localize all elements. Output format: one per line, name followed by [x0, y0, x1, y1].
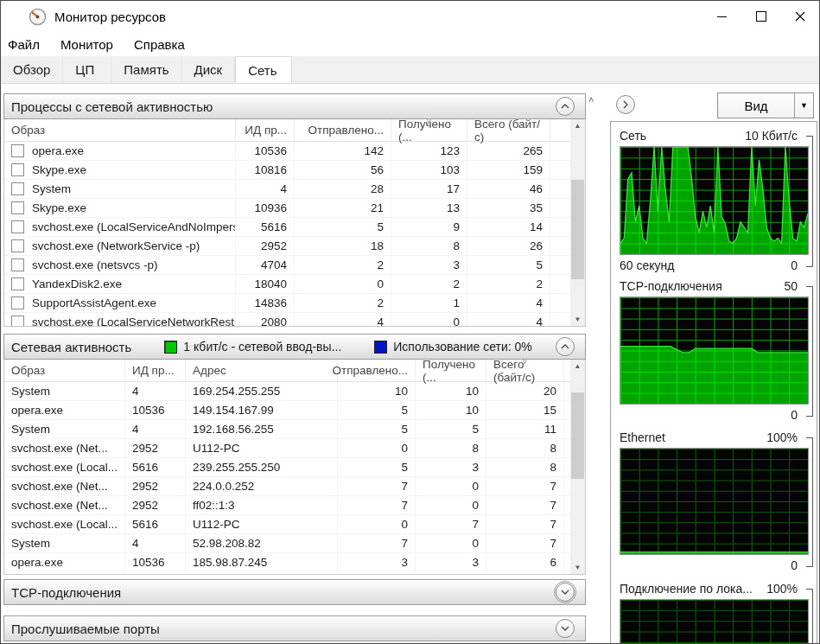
table-row[interactable]: svchost.exe (Net...2952224.0.0.252707	[4, 477, 585, 496]
cell-value: 0	[416, 496, 486, 514]
close-button[interactable]	[780, 1, 819, 32]
view-split-button[interactable]: Вид ▼	[717, 92, 814, 118]
cell-value: 52.98.208.82	[186, 534, 338, 552]
chart-lan: Подключение по лока...100%0	[611, 580, 817, 644]
cell-text: 3	[472, 556, 479, 569]
column-header[interactable]: Образ	[4, 119, 236, 141]
view-button-label[interactable]: Вид	[718, 93, 794, 118]
row-checkbox[interactable]	[11, 144, 24, 157]
table-row[interactable]: svchost.exe (LocalServiceNetworkRestri..…	[4, 313, 585, 327]
column-header[interactable]: Всего (байт/с)˅	[486, 360, 564, 381]
menu-monitor[interactable]: Монитор	[50, 37, 124, 52]
column-header[interactable]: Получено (...	[416, 360, 486, 381]
table-row[interactable]: svchost.exe (LocalServiceAndNoImpers...5…	[4, 218, 585, 237]
chart-label-row: Ethernet100%	[620, 429, 798, 446]
column-header[interactable]: Получено (...˅	[391, 119, 467, 141]
cell-text: System	[11, 385, 50, 398]
view-dropdown-arrow[interactable]: ▼	[794, 93, 813, 118]
tab-cpu[interactable]: ЦП	[63, 56, 111, 83]
cell-text: 18	[371, 239, 384, 252]
minimize-button[interactable]	[702, 1, 741, 32]
row-checkbox[interactable]	[11, 220, 24, 233]
scroll-thumb[interactable]	[571, 180, 584, 279]
tab-memory[interactable]: Память	[111, 56, 181, 83]
collapse-processes-button[interactable]	[556, 97, 575, 116]
cell-text: 4	[377, 316, 384, 327]
row-checkbox[interactable]	[11, 182, 24, 195]
expand-tcp-button[interactable]	[556, 583, 575, 602]
legend-network-io: 1 кбит/с - сетевой ввод-вы...	[164, 340, 341, 354]
scroll-down-icon[interactable]: ▼	[570, 561, 585, 574]
chart-title: Сеть	[620, 129, 646, 143]
row-checkbox[interactable]	[11, 163, 24, 176]
cell-text: svchost.exe (Local...	[11, 518, 118, 531]
close-icon	[795, 11, 805, 22]
table-row[interactable]: System4281746	[4, 180, 585, 199]
column-header-label: ИД пр...	[132, 364, 175, 377]
column-header[interactable]: Образ	[4, 360, 125, 381]
menu-file[interactable]: Файл	[1, 37, 50, 52]
table-row[interactable]: svchost.exe (NetworkService -p)295218826	[4, 237, 585, 256]
cell-text: 5616	[132, 518, 158, 531]
cell-value: 8	[391, 237, 467, 255]
tab-overview[interactable]: Обзор	[1, 56, 63, 83]
cell-text: 28	[371, 182, 384, 195]
table-row[interactable]: svchost.exe (Local...5616U112-PC077	[4, 515, 585, 534]
table-row[interactable]: svchost.exe (Net...2952ff02::1:3707	[4, 496, 585, 515]
table-row[interactable]: YandexDisk2.exe18040022	[4, 275, 585, 294]
row-checkbox[interactable]	[11, 296, 24, 309]
expand-side-panel-button[interactable]	[616, 95, 635, 114]
table-row[interactable]: Skype.exe1081656103159	[4, 161, 585, 180]
window-title: Монитор ресурсов	[54, 10, 166, 24]
table-scrollbar[interactable]: ▲▼	[570, 119, 585, 326]
section-ports-header: Прослушиваемые порты	[3, 615, 586, 641]
column-header[interactable]: ИД пр...	[236, 119, 295, 141]
table-row[interactable]: svchost.exe (Local...5616239.255.255.250…	[4, 458, 585, 477]
scroll-up-icon[interactable]: ▲	[570, 119, 585, 132]
table-row[interactable]: SupportAssistAgent.exe14836214	[4, 294, 585, 313]
chart-label-row: Подключение по лока...100%	[620, 580, 798, 597]
left-pane-scroll-up-icon[interactable]: ˄	[588, 94, 594, 105]
cell-text: 5	[472, 423, 479, 436]
cell-value: 2952	[125, 496, 186, 514]
tab-disk[interactable]: Диск	[182, 56, 236, 83]
table-row[interactable]: System4169.254.255.255101020	[4, 382, 585, 401]
cell-text: 17	[447, 182, 460, 195]
column-header[interactable]: Отправлено...	[295, 119, 391, 141]
table-row[interactable]: svchost.exe (netsvcs -p)4704235	[4, 256, 585, 275]
chart-graph	[620, 599, 809, 644]
row-checkbox[interactable]	[11, 239, 24, 252]
column-header[interactable]: Адрес	[186, 360, 338, 381]
column-header[interactable]: Всего (байт/с)	[467, 119, 550, 141]
table-row[interactable]: opera.exe10536149.154.167.9951015	[4, 401, 585, 420]
cell-value: 239.255.255.250	[186, 458, 338, 476]
tab-network[interactable]: Сеть	[235, 56, 292, 83]
table-row[interactable]: opera.exe10536142123265	[4, 142, 585, 161]
table-row[interactable]: System4192.168.56.2555511	[4, 420, 585, 439]
table-row[interactable]: opera.exe10536185.98.87.245336	[4, 553, 585, 572]
cell-value: 8	[486, 439, 564, 457]
cell-text: 9	[453, 220, 460, 233]
maximize-button[interactable]	[741, 1, 780, 32]
collapse-activity-button[interactable]	[556, 337, 575, 356]
cell-text: 0	[453, 316, 460, 327]
scroll-thumb[interactable]	[571, 392, 584, 479]
table-scrollbar[interactable]: ▲▼	[570, 360, 585, 574]
column-header[interactable]: Отправлено...	[338, 360, 416, 381]
cell-text: 10	[466, 404, 479, 417]
column-header[interactable]: ИД пр...	[125, 360, 186, 381]
scroll-up-icon[interactable]: ▲	[570, 360, 585, 373]
cell-value: 5616	[236, 218, 295, 236]
expand-ports-button[interactable]	[556, 619, 575, 638]
cell-value: 0	[338, 439, 416, 457]
table-row[interactable]: svchost.exe (Net...2952U112-PC088	[4, 439, 585, 458]
row-checkbox[interactable]	[11, 201, 24, 214]
row-checkbox[interactable]	[11, 316, 24, 327]
table-row[interactable]: System452.98.208.82707	[4, 534, 585, 553]
scroll-down-icon[interactable]: ▼	[570, 313, 585, 326]
row-checkbox[interactable]	[11, 277, 24, 290]
table-row[interactable]: Skype.exe10936211335	[4, 199, 585, 218]
chart-graph	[620, 448, 809, 555]
menu-help[interactable]: Справка	[124, 37, 195, 52]
row-checkbox[interactable]	[11, 258, 24, 271]
